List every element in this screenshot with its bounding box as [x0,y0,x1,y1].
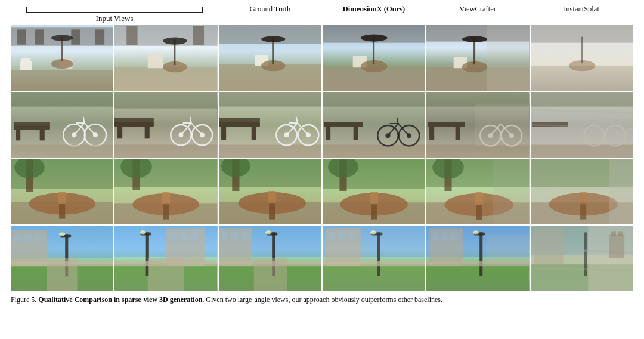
svg-rect-145 [162,192,170,204]
svg-rect-100 [326,127,330,140]
svg-point-190 [59,232,65,236]
svg-rect-112 [426,144,529,158]
svg-rect-199 [191,232,198,239]
svg-rect-245 [534,228,564,264]
svg-rect-250 [609,234,624,258]
grid-cell-r1c6 [531,25,633,91]
grid-cell-r3c3 [219,159,321,224]
grid-cell-r1c5 [426,25,529,91]
grid-cell-r2c5 [426,92,529,158]
svg-rect-87 [219,118,260,122]
svg-point-12 [51,35,73,41]
svg-point-214 [265,230,271,234]
svg-rect-2 [17,29,26,44]
svg-rect-71 [145,127,150,138]
svg-rect-197 [169,232,177,239]
svg-rect-251 [611,231,615,236]
svg-rect-16 [193,26,204,45]
grid-cell-r4c2 [114,226,217,291]
svg-rect-172 [493,159,530,224]
svg-rect-55 [14,122,50,125]
grid-cell-r2c3 [219,92,321,158]
svg-rect-137 [58,192,66,204]
svg-rect-204 [148,258,184,291]
svg-rect-99 [324,122,363,127]
svg-rect-236 [480,232,483,276]
svg-rect-168 [476,203,482,220]
svg-rect-67 [114,92,217,109]
grid-cell-r3c6 [531,159,633,224]
svg-rect-161 [370,192,378,204]
grid-cell-r4c4 [323,226,425,291]
svg-rect-152 [269,201,275,219]
grid-cell-r2c4 [323,92,425,158]
svg-rect-68 [114,144,217,158]
svg-rect-82 [219,92,321,107]
svg-rect-192 [47,258,78,291]
svg-rect-70 [117,127,122,138]
svg-rect-178 [580,202,586,219]
svg-rect-114 [429,127,434,140]
svg-rect-235 [451,232,458,239]
grid-cell-r4c3 [219,226,321,291]
grid-cell-r3c2 [114,159,217,224]
grid-cell-r1c2 [114,25,217,91]
caption-bold: Qualitative Comparison in sparse-view 3D… [38,295,204,304]
svg-rect-216 [253,258,287,291]
svg-rect-144 [163,202,169,219]
svg-rect-69 [114,122,154,127]
svg-rect-85 [221,127,226,140]
dimensionx-header: DimensionX (Ours) [322,5,426,23]
svg-point-202 [140,230,146,234]
comparison-grid [11,25,633,291]
svg-rect-125 [531,92,633,107]
grid-cell-r2c6 [531,92,633,158]
grid-cell-r4c1 [11,226,113,291]
grid-cell-r3c1 [11,159,113,224]
svg-rect-179 [579,192,587,204]
svg-point-238 [473,230,479,234]
svg-rect-180 [609,159,633,224]
svg-rect-209 [221,232,228,239]
viewcrafter-header: ViewCrafter [426,5,530,23]
svg-rect-3 [35,29,44,44]
svg-rect-86 [251,127,256,140]
svg-point-22 [163,38,187,45]
svg-rect-228 [323,226,425,291]
svg-rect-211 [242,232,249,239]
svg-rect-65 [11,92,113,107]
svg-rect-72 [114,118,154,122]
svg-rect-187 [34,234,41,241]
grid-cell-r3c5 [426,159,529,224]
svg-rect-186 [24,234,31,241]
grid-cell-r4c6 [531,226,633,291]
svg-rect-198 [180,232,187,239]
svg-rect-234 [442,232,449,239]
svg-point-36 [361,34,388,41]
svg-rect-101 [354,127,358,140]
svg-rect-185 [14,234,21,241]
svg-rect-240 [487,234,530,264]
svg-rect-113 [428,122,465,127]
svg-rect-97 [323,92,425,107]
svg-rect-231 [426,264,529,291]
svg-rect-160 [371,202,377,219]
svg-rect-252 [618,231,623,236]
svg-rect-115 [456,127,460,140]
svg-rect-83 [219,144,321,158]
svg-rect-233 [432,232,439,239]
svg-rect-5 [95,29,104,44]
svg-point-29 [261,36,286,42]
svg-rect-50 [581,37,583,64]
svg-rect-126 [531,144,633,158]
svg-rect-19 [149,53,162,58]
grid-cell-r3c4 [323,159,425,224]
grid-cell-r1c1 [11,25,113,91]
grid-cell-r4c5 [426,226,529,291]
figure-number: Figure 5. [11,295,36,304]
svg-rect-44 [487,25,530,91]
svg-rect-210 [231,232,239,239]
grid-cell-r2c1 [11,92,113,158]
svg-rect-64 [11,144,113,158]
svg-rect-122 [475,104,529,146]
